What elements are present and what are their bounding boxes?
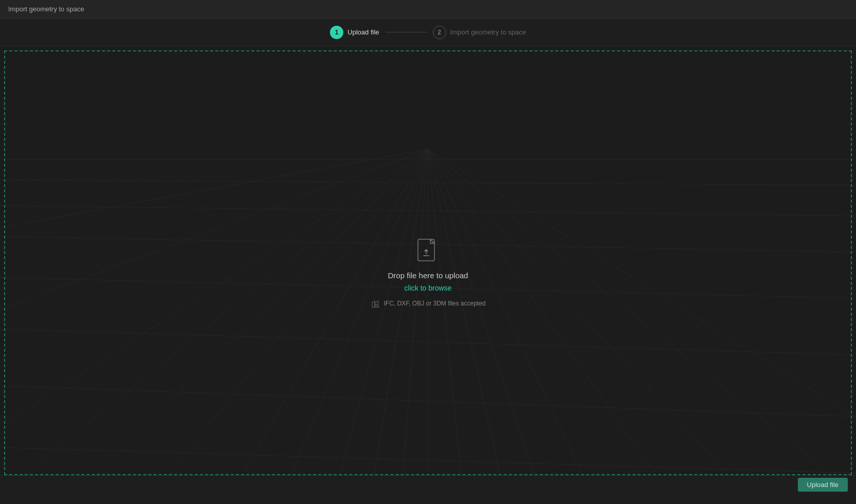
bottom-bar: Upload file bbox=[0, 475, 856, 494]
svg-line-3 bbox=[154, 149, 428, 494]
svg-line-19 bbox=[0, 180, 856, 185]
accepted-formats: IFC, DXF, OBJ or 3DM files accepted bbox=[370, 298, 485, 309]
svg-line-1 bbox=[0, 149, 428, 494]
svg-line-11 bbox=[428, 149, 504, 494]
upload-file-button[interactable]: Upload file bbox=[798, 478, 848, 492]
svg-line-10 bbox=[428, 149, 463, 494]
svg-line-2 bbox=[77, 149, 428, 494]
svg-line-5 bbox=[283, 149, 428, 494]
step-2-label: Import geometry to space bbox=[450, 28, 526, 36]
svg-line-27 bbox=[0, 149, 428, 303]
svg-line-23 bbox=[0, 329, 856, 355]
main-area[interactable]: .grid-line { stroke: #2e2e2e; stroke-wid… bbox=[0, 46, 856, 494]
svg-line-25 bbox=[0, 447, 856, 473]
step-1-label: Upload file bbox=[347, 28, 379, 36]
title-bar: Import geometry to space bbox=[0, 0, 856, 19]
svg-line-13 bbox=[428, 149, 592, 494]
format-icon bbox=[370, 298, 380, 309]
svg-line-8 bbox=[401, 149, 428, 494]
svg-line-6 bbox=[335, 149, 428, 494]
svg-line-31 bbox=[566, 123, 856, 494]
step-2: 2 Import geometry to space bbox=[433, 26, 526, 39]
svg-rect-35 bbox=[375, 304, 377, 306]
svg-line-7 bbox=[371, 149, 428, 494]
svg-line-26 bbox=[0, 149, 428, 406]
step-1-circle: 1 bbox=[330, 26, 343, 39]
svg-line-14 bbox=[428, 149, 669, 494]
step-connector bbox=[386, 32, 427, 32]
svg-line-20 bbox=[0, 206, 856, 216]
svg-line-4 bbox=[232, 149, 428, 494]
svg-line-15 bbox=[428, 149, 746, 494]
page-title: Import geometry to space bbox=[8, 5, 84, 13]
svg-line-16 bbox=[428, 149, 856, 494]
formats-text: IFC, DXF, OBJ or 3DM files accepted bbox=[383, 300, 485, 307]
drop-zone[interactable]: Drop file here to upload click to browse… bbox=[370, 238, 485, 309]
svg-line-28 bbox=[0, 123, 257, 494]
svg-line-12 bbox=[428, 149, 540, 494]
browse-link[interactable]: click to browse bbox=[405, 284, 452, 292]
step-header: 1 Upload file 2 Import geometry to space bbox=[0, 19, 856, 46]
file-upload-icon bbox=[415, 238, 442, 265]
drop-text: Drop file here to upload bbox=[388, 271, 468, 280]
step-2-circle: 2 bbox=[433, 26, 446, 39]
step-1: 1 Upload file bbox=[330, 26, 379, 39]
